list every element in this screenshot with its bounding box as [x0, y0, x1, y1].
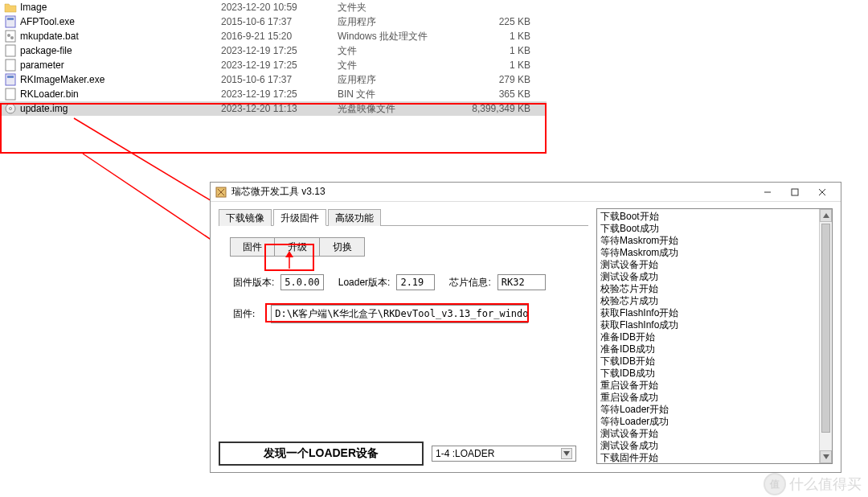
file-explorer-list: Image2023-12-20 10:59文件夹AFPTool.exe2015-…: [0, 0, 547, 116]
log-line: 下载IDB成功: [600, 368, 829, 380]
file-row[interactable]: AFPTool.exe2015-10-6 17:37应用程序225 KB: [0, 14, 547, 29]
file-row[interactable]: parameter2023-12-19 17:25文件1 KB: [0, 58, 547, 72]
log-line: 测试设备开始: [600, 428, 829, 440]
file-date: 2023-12-19 17:25: [221, 45, 338, 56]
close-button[interactable]: [809, 183, 836, 201]
exe-icon: [4, 15, 17, 28]
svg-rect-9: [6, 88, 15, 100]
log-line: 下载固件开始: [600, 452, 829, 464]
svg-marker-24: [823, 454, 829, 459]
file-date: 2023-12-20 11:13: [221, 103, 338, 114]
file-size: 225 KB: [458, 16, 530, 27]
chevron-down-icon: [561, 448, 572, 459]
scroll-up-icon[interactable]: [820, 209, 832, 222]
minimize-button[interactable]: [754, 183, 781, 201]
log-line: 准备IDB开始: [600, 331, 829, 343]
tab-upgrade[interactable]: 升级固件: [273, 209, 326, 226]
log-panel: 下载Boot开始下载Boot成功等待Maskrom开始等待Maskrom成功测试…: [596, 208, 833, 464]
file-row[interactable]: Image2023-12-20 10:59文件夹: [0, 0, 547, 14]
bat-icon: [4, 30, 17, 43]
chip-info-label: 芯片信息:: [449, 276, 490, 290]
file-date: 2015-10-6 17:37: [221, 74, 338, 85]
svg-marker-20: [563, 451, 570, 456]
file-name: update.img: [20, 103, 221, 114]
log-line: 等待Loader成功: [600, 416, 829, 428]
file-type: 应用程序: [338, 15, 458, 29]
window-title: 瑞芯微开发工具 v3.13: [231, 185, 754, 199]
file-name: AFPTool.exe: [20, 16, 221, 27]
maximize-button[interactable]: [781, 183, 809, 201]
device-status: 发现一个LOADER设备: [219, 442, 424, 466]
folder-icon: [4, 1, 17, 14]
file-type: 文件: [338, 44, 458, 58]
file-name: RKLoader.bin: [20, 88, 221, 100]
log-line: 获取FlashInfo成功: [600, 319, 829, 331]
log-line: 下载Boot成功: [600, 223, 829, 235]
file-date: 2023-12-19 17:25: [221, 60, 338, 71]
file-type: 文件夹: [338, 1, 458, 14]
log-line: 获取FlashInfo开始: [600, 307, 829, 319]
file-row[interactable]: update.img2023-12-20 11:13光盘映像文件8,399,34…: [0, 101, 547, 116]
upgrade-button[interactable]: 升级: [275, 237, 320, 257]
status-bar: 发现一个LOADER设备 1-4 :LOADER: [219, 442, 596, 466]
watermark: 值 什么值得买: [764, 473, 862, 495]
log-line: 重启设备成功: [600, 392, 829, 404]
titlebar: 瑞芯微开发工具 v3.13: [211, 183, 841, 202]
switch-button[interactable]: 切换: [320, 237, 365, 257]
log-line: 校验芯片开始: [600, 283, 829, 295]
log-line: 下载IDB开始: [600, 355, 829, 368]
action-button-row: 固件 升级 切换: [230, 237, 588, 257]
watermark-badge: 值: [764, 473, 786, 495]
log-line: 测试设备成功: [600, 271, 829, 283]
file-icon: [4, 44, 17, 57]
svg-rect-2: [6, 31, 15, 42]
file-icon: [4, 88, 17, 101]
firmware-path-input[interactable]: D:\K客户端\K华北盒子\RKDevTool_v3.13_for_window…: [271, 305, 528, 323]
firmware-button[interactable]: 固件: [230, 237, 275, 257]
log-line: 等待Maskrom开始: [600, 235, 829, 247]
file-name: parameter: [20, 60, 221, 71]
file-name: Image: [20, 2, 221, 13]
rk-dev-tool-window: 瑞芯微开发工具 v3.13 下载镜像 升级固件 高级功能 固件 升级 切换 固件…: [210, 182, 841, 473]
log-line: 测试设备开始: [600, 259, 829, 271]
exe-icon: [4, 73, 17, 86]
device-selector[interactable]: 1-4 :LOADER: [432, 446, 576, 462]
file-type: 光盘映像文件: [338, 102, 458, 116]
file-name: RKImageMaker.exe: [20, 74, 221, 85]
svg-marker-23: [823, 213, 829, 218]
svg-point-4: [10, 36, 14, 39]
svg-rect-1: [7, 18, 14, 20]
log-line: 下载Boot开始: [600, 211, 829, 223]
file-date: 2023-12-19 17:25: [221, 88, 338, 100]
file-type: Windows 批处理文件: [338, 30, 458, 43]
tab-advanced[interactable]: 高级功能: [328, 209, 381, 226]
log-line: 准备IDB成功: [600, 343, 829, 355]
svg-rect-6: [6, 60, 15, 71]
loader-version-value: 2.19: [396, 274, 435, 290]
left-pane: 下载镜像 升级固件 高级功能 固件 升级 切换 固件版本: 5.0.00 Loa…: [211, 202, 596, 472]
scroll-thumb[interactable]: [821, 224, 830, 433]
log-line: 等待Maskrom成功: [600, 247, 829, 259]
firmware-label: 固件:: [233, 307, 255, 321]
file-date: 2016-9-21 15:20: [221, 31, 338, 42]
file-name: mkupdate.bat: [20, 31, 221, 42]
file-type: 文件: [338, 59, 458, 72]
file-row[interactable]: package-file2023-12-19 17:25文件1 KB: [0, 43, 547, 58]
file-row[interactable]: RKLoader.bin2023-12-19 17:25BIN 文件365 KB: [0, 87, 547, 101]
device-selector-value: 1-4 :LOADER: [436, 448, 494, 459]
scrollbar[interactable]: [819, 209, 832, 463]
window-controls: [754, 183, 836, 201]
file-row[interactable]: RKImageMaker.exe2015-10-6 17:37应用程序279 K…: [0, 72, 547, 87]
file-type: 应用程序: [338, 73, 458, 87]
tab-download[interactable]: 下载镜像: [219, 209, 272, 226]
file-size: 8,399,349 KB: [458, 103, 530, 114]
file-date: 2015-10-6 17:37: [221, 16, 338, 27]
firmware-path-row: 固件: D:\K客户端\K华北盒子\RKDevTool_v3.13_for_wi…: [233, 305, 588, 323]
file-size: 365 KB: [458, 88, 530, 100]
svg-point-11: [10, 108, 12, 110]
file-type: BIN 文件: [338, 88, 458, 101]
file-row[interactable]: mkupdate.bat2016-9-21 15:20Windows 批处理文件…: [0, 29, 547, 43]
file-size: 1 KB: [458, 31, 530, 42]
scroll-down-icon[interactable]: [820, 450, 832, 463]
log-line: 等待Loader开始: [600, 404, 829, 416]
